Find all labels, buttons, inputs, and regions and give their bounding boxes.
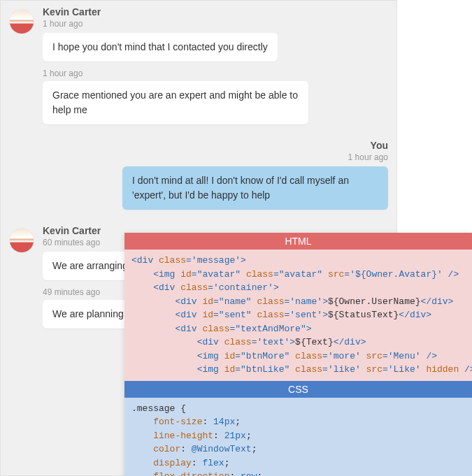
avatar-spacer: [9, 300, 34, 329]
code-panel: HTML <div class='message'> <img id="avat…: [124, 233, 472, 476]
message-bubble[interactable]: I don't mind at all! I don't know of I'd…: [122, 166, 388, 210]
css-header: CSS: [124, 381, 472, 398]
message-continuation: Grace mentioned you are an expert and mi…: [1, 81, 396, 124]
timestamp: 1 hour ago: [43, 68, 396, 78]
avatar-spacer: [9, 81, 34, 124]
timestamp: 1 hour ago: [66, 152, 388, 162]
css-code-block[interactable]: .message { font-size: 14px; line-height:…: [124, 398, 472, 477]
message-column: You 1 hour ago I don't mind at all! I do…: [66, 140, 388, 210]
html-code-block[interactable]: <div class='message'> <img id="avatar" c…: [124, 250, 472, 381]
message-bubble[interactable]: We are arranging: [43, 252, 138, 280]
sender-name: You: [66, 140, 388, 151]
avatar[interactable]: [9, 9, 34, 34]
bubble-wrap: I hope you don't mind that I contacted y…: [43, 33, 364, 62]
message-bubble[interactable]: Grace mentioned you are an expert and mi…: [43, 81, 308, 124]
html-header: HTML: [124, 233, 472, 250]
message-group-incoming: Kevin Carter 1 hour ago I hope you don't…: [1, 1, 396, 62]
message-column: Kevin Carter 1 hour ago I hope you don't…: [43, 6, 364, 62]
bubble-wrap: I don't mind at all! I don't know of I'd…: [66, 166, 388, 210]
bubble-wrap: Grace mentioned you are an expert and mi…: [43, 81, 364, 124]
message-bubble[interactable]: I hope you don't mind that I contacted y…: [43, 33, 278, 62]
message-group-outgoing: You 1 hour ago I don't mind at all! I do…: [1, 134, 396, 210]
sender-name: Kevin Carter: [43, 6, 364, 17]
message-column: Grace mentioned you are an expert and mi…: [43, 81, 364, 124]
avatar[interactable]: [9, 228, 34, 253]
timestamp: 1 hour ago: [43, 19, 364, 29]
